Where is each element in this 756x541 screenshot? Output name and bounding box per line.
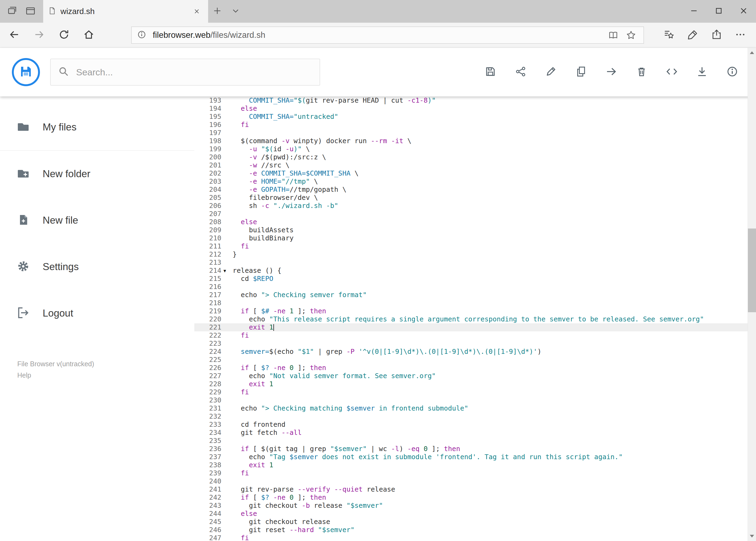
scroll-down-button[interactable] — [748, 531, 756, 541]
code-line[interactable]: 243 git checkout -b release "$semver" — [194, 502, 756, 510]
code-line[interactable]: 232 — [194, 412, 756, 420]
code-line[interactable]: 205 filebrowser/dev \ — [194, 194, 756, 202]
code-line[interactable]: 219 if [ $# -ne 1 ]; then — [194, 307, 756, 315]
code-line[interactable]: 236 if [ $(git tag | grep "$semver" | wc… — [194, 445, 756, 453]
code-line[interactable]: 231 echo "> Checking matching $semver in… — [194, 404, 756, 412]
sidebar-item-my-files[interactable]: My files — [0, 104, 194, 151]
minimize-button[interactable] — [681, 0, 706, 23]
address-bar[interactable]: filebrowser.web/files/wizard.sh — [131, 26, 644, 44]
tab-list-chevron[interactable] — [226, 0, 245, 23]
code-line[interactable]: 223 — [194, 339, 756, 347]
app-logo[interactable] — [12, 58, 40, 86]
site-info-icon[interactable] — [136, 29, 147, 41]
code-line[interactable]: 239 fi — [194, 469, 756, 477]
new-tab-button[interactable] — [208, 0, 226, 23]
home-button[interactable] — [78, 25, 99, 46]
share-page-button[interactable] — [705, 25, 728, 46]
code-line[interactable]: 210 buildBinary — [194, 234, 756, 242]
search-box[interactable] — [50, 59, 320, 86]
code-line[interactable]: 229 fi — [194, 388, 756, 396]
share-button[interactable] — [514, 66, 527, 79]
code-line[interactable]: 206 sh -c "./wizard.sh -b" — [194, 202, 756, 210]
code-line[interactable]: 237 echo "Tag $semver does not exist in … — [194, 453, 756, 461]
code-line[interactable]: 211 fi — [194, 242, 756, 251]
delete-button[interactable] — [635, 66, 648, 79]
copy-button[interactable] — [575, 66, 588, 79]
code-line[interactable]: 224 semver=$(echo "$1" | grep -P '^v(0|[… — [194, 347, 756, 356]
code-line[interactable]: 197 — [194, 129, 756, 137]
code-line[interactable]: 240 — [194, 477, 756, 485]
code-editor[interactable]: 193 COMMIT_SHA="$(git rev-parse HEAD | c… — [194, 96, 756, 541]
maximize-button[interactable] — [706, 0, 731, 23]
code-line[interactable]: 216 — [194, 283, 756, 291]
favorite-star-button[interactable] — [624, 28, 638, 43]
help-link[interactable]: Help — [17, 369, 194, 381]
code-line[interactable]: 238 exit 1 — [194, 461, 756, 469]
reading-view-button[interactable] — [606, 28, 621, 43]
sidebar-item-new-file[interactable]: New file — [0, 197, 194, 244]
download-button[interactable] — [695, 66, 708, 79]
refresh-button[interactable] — [54, 25, 75, 46]
code-line[interactable]: 247 fi — [194, 534, 756, 541]
close-window-button[interactable] — [731, 0, 756, 23]
code-line[interactable]: 228 exit 1 — [194, 380, 756, 388]
fold-marker-icon[interactable]: ▾ — [221, 267, 233, 275]
code-line[interactable]: 222 fi — [194, 331, 756, 339]
code-line[interactable]: 245 git checkout release — [194, 518, 756, 526]
code-line[interactable]: 208 else — [194, 218, 756, 226]
code-line[interactable]: 198 $(command -v winpty) docker run --rm… — [194, 137, 756, 145]
code-line[interactable]: 195 COMMIT_SHA="untracked" — [194, 113, 756, 121]
code-line[interactable]: 246 git reset --hard "$semver" — [194, 526, 756, 534]
scrollbar-thumb[interactable] — [748, 229, 756, 312]
code-line[interactable]: 209 buildAssets — [194, 226, 756, 234]
code-line[interactable]: 199 -u "$(id -u)" \ — [194, 145, 756, 153]
code-line[interactable]: 214▾release () { — [194, 267, 756, 275]
sidebar-item-settings[interactable]: Settings — [0, 244, 194, 290]
page-scrollbar[interactable] — [748, 48, 756, 541]
code-line[interactable]: 201 -w //src \ — [194, 161, 756, 169]
move-button[interactable] — [605, 66, 618, 79]
sidebar-item-new-folder[interactable]: New folder — [0, 151, 194, 197]
forward-button[interactable] — [29, 25, 50, 46]
code-line[interactable]: 203 -e HOME="//tmp" \ — [194, 178, 756, 186]
code-line[interactable]: 196 fi — [194, 121, 756, 129]
code-line[interactable]: 220 echo "This release script requires a… — [194, 315, 756, 323]
code-line[interactable]: 221 exit 1 — [194, 323, 756, 331]
code-line[interactable]: 241 git rev-parse --verify --quiet relea… — [194, 485, 756, 493]
code-line[interactable]: 217 echo "> Checking semver format" — [194, 291, 756, 299]
tabs-set-aside-button[interactable] — [4, 4, 20, 19]
tab-preview-button[interactable] — [23, 4, 38, 19]
web-note-button[interactable] — [681, 25, 705, 46]
code-line[interactable]: 230 — [194, 396, 756, 404]
code-line[interactable]: 235 — [194, 437, 756, 445]
code-line[interactable]: 193 COMMIT_SHA="$(git rev-parse HEAD | c… — [194, 96, 756, 105]
code-line[interactable]: 200 -v /$(pwd):/src:z \ — [194, 153, 756, 161]
code-line[interactable]: 233 cd frontend — [194, 420, 756, 429]
code-line[interactable]: 202 -e COMMIT_SHA=$COMMIT_SHA \ — [194, 169, 756, 178]
sidebar-item-logout[interactable]: Logout — [0, 290, 194, 336]
code-line[interactable]: 225 — [194, 356, 756, 364]
code-line[interactable]: 244 else — [194, 510, 756, 518]
save-button[interactable] — [484, 66, 497, 79]
more-actions-button[interactable] — [728, 25, 752, 46]
scroll-up-button[interactable] — [748, 48, 756, 58]
code-line[interactable]: 218 — [194, 299, 756, 307]
code-line[interactable]: 204 -e GOPATH=//tmp/gopath \ — [194, 186, 756, 194]
code-line[interactable]: 213 — [194, 259, 756, 267]
tab-close-icon[interactable] — [190, 5, 203, 18]
code-line[interactable]: 234 git fetch --all — [194, 429, 756, 437]
code-line[interactable]: 215 cd $REPO — [194, 275, 756, 283]
browser-tab[interactable]: wizard.sh — [43, 0, 208, 23]
raw-code-button[interactable] — [665, 66, 678, 79]
back-button[interactable] — [4, 25, 25, 46]
search-input[interactable] — [76, 67, 313, 78]
code-line[interactable]: 207 — [194, 210, 756, 218]
rename-button[interactable] — [544, 66, 557, 79]
code-line[interactable]: 194 else — [194, 105, 756, 113]
code-line[interactable]: 242 if [ $? -ne 0 ]; then — [194, 493, 756, 502]
code-line[interactable]: 226 if [ $? -ne 0 ]; then — [194, 364, 756, 372]
favorites-hub-button[interactable] — [657, 25, 681, 46]
code-line[interactable]: 227 echo "Not valid semver format. See s… — [194, 372, 756, 380]
info-button[interactable] — [726, 66, 739, 79]
code-line[interactable]: 212} — [194, 251, 756, 259]
